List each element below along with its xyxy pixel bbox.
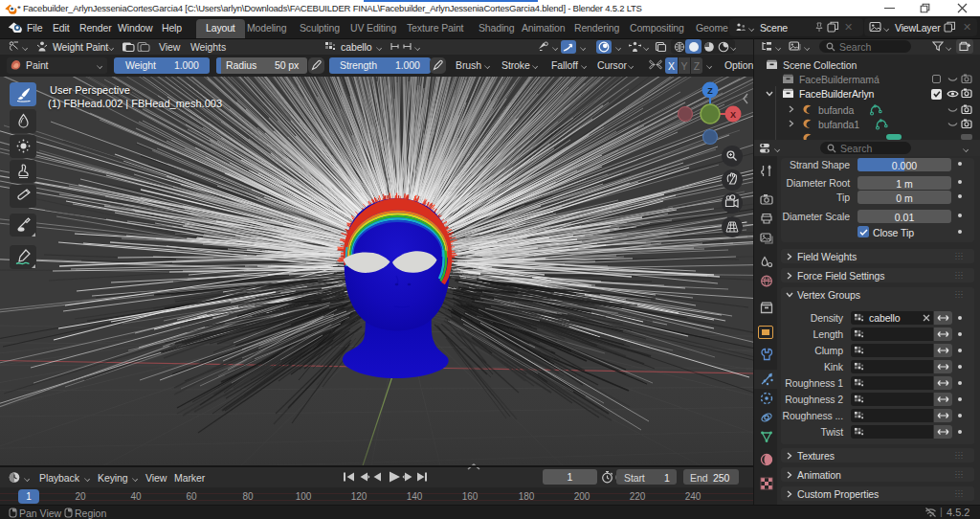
svg-text:X: X xyxy=(730,110,736,120)
svg-text:Z: Z xyxy=(707,86,713,96)
